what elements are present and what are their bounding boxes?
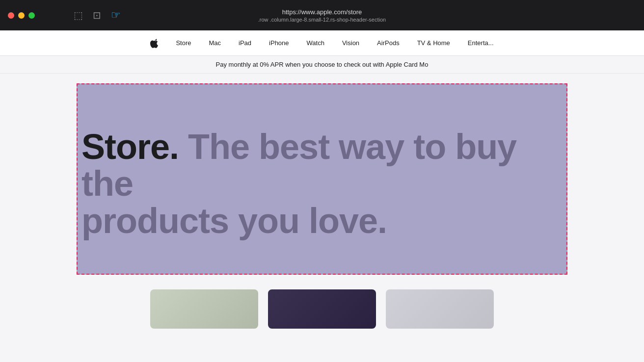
nav-airpods[interactable]: AirPods bbox=[368, 30, 408, 55]
traffic-lights bbox=[0, 12, 35, 19]
titlebar: ⬚ ⊡ ☞ https://www.apple.com/store .row .… bbox=[0, 0, 644, 30]
products-row bbox=[0, 280, 644, 329]
nav-watch[interactable]: Watch bbox=[298, 30, 333, 55]
close-button[interactable] bbox=[8, 12, 14, 19]
hero-text-dark: Store. bbox=[81, 127, 179, 166]
apple-logo[interactable] bbox=[141, 38, 167, 48]
hero-section: Store. The best way to buy theproducts y… bbox=[0, 74, 644, 280]
nav-store[interactable]: Store bbox=[167, 30, 200, 55]
hero-selected-box: Store. The best way to buy theproducts y… bbox=[77, 83, 567, 275]
nav-entertainment[interactable]: Enterta... bbox=[459, 30, 503, 55]
promo-banner: Pay monthly at 0% APR when you choose to… bbox=[0, 56, 644, 74]
nav-iphone[interactable]: iPhone bbox=[260, 30, 297, 55]
titlebar-center: https://www.apple.com/store .row .column… bbox=[258, 8, 386, 23]
url-display: https://www.apple.com/store bbox=[282, 8, 362, 16]
nav-ipad[interactable]: iPad bbox=[230, 30, 260, 55]
nav-mac[interactable]: Mac bbox=[200, 30, 230, 55]
nav-tv-home[interactable]: TV & Home bbox=[408, 30, 459, 55]
product-thumb-3 bbox=[386, 289, 494, 329]
hero-text: Store. The best way to buy theproducts y… bbox=[81, 129, 558, 240]
compress-icon[interactable]: ⊡ bbox=[93, 10, 101, 20]
pointer-icon[interactable]: ☞ bbox=[111, 10, 121, 21]
browser-content: Store Mac iPad iPhone Watch Vision AirPo… bbox=[0, 30, 644, 362]
promo-text: Pay monthly at 0% APR when you choose to… bbox=[216, 61, 429, 68]
fullscreen-button[interactable] bbox=[28, 12, 35, 19]
minimize-button[interactable] bbox=[18, 12, 25, 19]
selector-display: .row .column.large-8.small-12.rs-shop-he… bbox=[258, 17, 386, 23]
product-thumb-2 bbox=[268, 289, 376, 329]
expand-icon[interactable]: ⬚ bbox=[74, 10, 83, 20]
product-thumb-1 bbox=[150, 289, 258, 329]
apple-nav: Store Mac iPad iPhone Watch Vision AirPo… bbox=[0, 30, 644, 56]
nav-vision[interactable]: Vision bbox=[333, 30, 368, 55]
hero-content: Store. The best way to buy theproducts y… bbox=[77, 83, 567, 275]
titlebar-tools: ⬚ ⊡ ☞ bbox=[74, 10, 121, 21]
